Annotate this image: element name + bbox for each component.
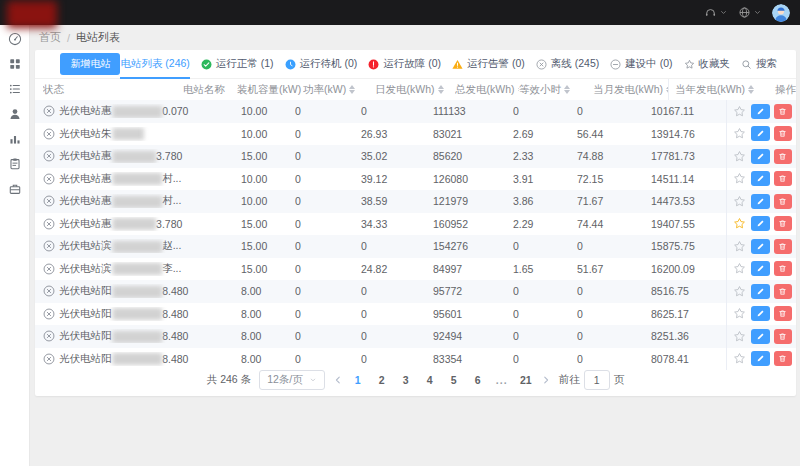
- globe-icon[interactable]: [738, 6, 751, 19]
- column-label: 当月发电(kWh): [593, 83, 663, 97]
- favorite-star-icon[interactable]: [733, 240, 746, 253]
- column-header[interactable]: 日发电(kWh): [375, 83, 455, 97]
- table-row[interactable]: 光伏电站 朱 █████ 10.00 0 26.93 83021 2.69 56…: [35, 123, 796, 146]
- daily-energy-cell: 38.59: [361, 195, 433, 207]
- edit-button[interactable]: [751, 261, 770, 276]
- delete-button[interactable]: [774, 306, 793, 321]
- table-row[interactable]: 光伏电站 惠 ████████ 0.070 10.00 0 0 111133 0…: [35, 100, 796, 123]
- favorite-star-icon[interactable]: [733, 195, 746, 208]
- table-row[interactable]: 光伏电站 阳 ████████ 8.480 8.00 0 0 95772 0 0…: [35, 280, 796, 303]
- sort-carets-icon[interactable]: [438, 85, 444, 94]
- status-tab[interactable]: 运行待机 (0): [285, 50, 358, 78]
- page-number[interactable]: 3: [399, 374, 413, 386]
- goto-page-input[interactable]: [584, 370, 610, 390]
- delete-button[interactable]: [774, 194, 793, 209]
- delete-button[interactable]: [774, 171, 793, 186]
- status-tab[interactable]: 运行正常 (1): [201, 50, 274, 78]
- status-tab[interactable]: 搜索: [741, 50, 777, 78]
- prev-page-icon[interactable]: [333, 375, 343, 385]
- favorite-star-icon[interactable]: [733, 172, 746, 185]
- table-row[interactable]: 光伏电站 惠 ████████ 村... 10.00 0 39.12 12608…: [35, 168, 796, 191]
- add-station-button[interactable]: 新增电站: [60, 53, 120, 75]
- sidebar-item[interactable]: [8, 132, 22, 146]
- next-page-icon[interactable]: [541, 375, 551, 385]
- edit-button[interactable]: [751, 306, 770, 321]
- status-label: 光伏电站: [59, 352, 101, 366]
- edit-button[interactable]: [751, 239, 770, 254]
- table-row[interactable]: 光伏电站 滨 ████████ 李... 15.00 0 24.82 84997…: [35, 258, 796, 281]
- edit-button[interactable]: [751, 351, 770, 366]
- table-row[interactable]: 光伏电站 阳 ████████ 8.480 8.00 0 0 83354 0 0…: [35, 348, 796, 371]
- column-header[interactable]: 当月发电(kWh): [593, 83, 668, 97]
- sidebar-item[interactable]: [8, 82, 22, 96]
- offline-circle-icon: [43, 105, 55, 117]
- status-tab[interactable]: 运行故障 (0): [368, 50, 441, 78]
- chevron-down-icon[interactable]: [753, 8, 762, 17]
- status-tab[interactable]: 电站列表 (246): [120, 50, 189, 78]
- table-row[interactable]: 光伏电站 惠 ███████ 3.780 15.00 0 34.33 16095…: [35, 213, 796, 236]
- page-number[interactable]: 6: [471, 374, 485, 386]
- status-tab[interactable]: 建设中 (0): [610, 50, 672, 78]
- favorite-star-icon[interactable]: [733, 307, 746, 320]
- chevron-down-icon[interactable]: [719, 8, 728, 17]
- status-cell: 光伏电站: [43, 194, 101, 208]
- sidebar-item[interactable]: [8, 157, 22, 171]
- edit-button[interactable]: [751, 216, 770, 231]
- page-number[interactable]: 2: [375, 374, 389, 386]
- table-row[interactable]: 光伏电站 滨 ████████ 赵... 15.00 0 0 154276 0 …: [35, 235, 796, 258]
- sidebar-item[interactable]: [8, 182, 22, 196]
- page-number[interactable]: 4: [423, 374, 437, 386]
- favorite-star-icon[interactable]: [733, 285, 746, 298]
- favorite-star-icon[interactable]: [733, 150, 746, 163]
- table-row[interactable]: 光伏电站 阳 ████████ 8.480 8.00 0 0 92494 0 0…: [35, 325, 796, 348]
- favorite-star-icon[interactable]: [733, 127, 746, 140]
- delete-button[interactable]: [774, 126, 793, 141]
- avatar[interactable]: [772, 4, 790, 22]
- delete-button[interactable]: [774, 149, 793, 164]
- favorite-star-icon[interactable]: [733, 217, 746, 230]
- status-tab[interactable]: 运行告警 (0): [452, 50, 525, 78]
- delete-button[interactable]: [774, 239, 793, 254]
- column-header[interactable]: 当年发电(kWh): [668, 79, 775, 100]
- sort-carets-icon[interactable]: [349, 85, 355, 94]
- page-number[interactable]: 5: [447, 374, 461, 386]
- sidebar-item[interactable]: [8, 57, 22, 71]
- table-row[interactable]: 光伏电站 惠 ████████ 村... 10.00 0 38.59 12197…: [35, 190, 796, 213]
- edit-button[interactable]: [751, 149, 770, 164]
- table-row[interactable]: 光伏电站 阳 ████████ 8.480 8.00 0 0 95601 0 0…: [35, 303, 796, 326]
- favorite-star-icon[interactable]: [733, 352, 746, 365]
- column-header[interactable]: 等效小时: [519, 83, 593, 97]
- table-row[interactable]: 光伏电站 惠 ███████ 3.780 15.00 0 35.02 85620…: [35, 145, 796, 168]
- edit-button[interactable]: [751, 194, 770, 209]
- page-number[interactable]: 1: [351, 374, 365, 386]
- power-cell: 0: [295, 173, 361, 185]
- sidebar-item[interactable]: [8, 32, 22, 46]
- actions-cell: [726, 235, 796, 258]
- delete-button[interactable]: [774, 329, 793, 344]
- page-size-select[interactable]: 12条/页: [259, 370, 325, 390]
- sort-carets-icon[interactable]: [564, 85, 570, 94]
- edit-button[interactable]: [751, 329, 770, 344]
- status-tab[interactable]: 离线 (245): [536, 50, 599, 78]
- delete-button[interactable]: [774, 104, 793, 119]
- column-header[interactable]: 总发电(kWh): [455, 83, 519, 97]
- favorite-star-icon[interactable]: [733, 105, 746, 118]
- sort-carets-icon[interactable]: [748, 85, 754, 94]
- status-tab[interactable]: 收藏夹: [684, 50, 731, 78]
- edit-button[interactable]: [751, 284, 770, 299]
- page-number[interactable]: 21: [519, 374, 533, 386]
- column-header[interactable]: 功率(kW): [303, 83, 375, 97]
- favorite-star-icon[interactable]: [733, 330, 746, 343]
- favorite-star-icon[interactable]: [733, 262, 746, 275]
- breadcrumb-home[interactable]: 首页: [39, 30, 61, 45]
- org-icon: [8, 182, 22, 196]
- delete-button[interactable]: [774, 216, 793, 231]
- edit-button[interactable]: [751, 126, 770, 141]
- delete-button[interactable]: [774, 284, 793, 299]
- delete-button[interactable]: [774, 261, 793, 276]
- sidebar-item[interactable]: [8, 107, 22, 121]
- delete-button[interactable]: [774, 351, 793, 366]
- edit-button[interactable]: [751, 171, 770, 186]
- headset-icon[interactable]: [704, 6, 717, 19]
- edit-button[interactable]: [751, 104, 770, 119]
